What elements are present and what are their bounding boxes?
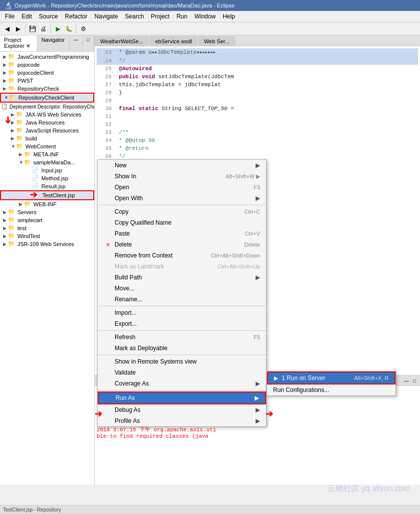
- ctx-move[interactable]: Move...: [98, 283, 266, 294]
- tree-arrow: ▶: [3, 210, 8, 215]
- tree-label: sampleMaraDa...: [33, 159, 75, 165]
- code-line-29: 29: [97, 97, 418, 105]
- menu-item-window[interactable]: Window: [191, 12, 219, 21]
- submenu-arrow: ▶: [256, 417, 260, 424]
- tree-item-javares[interactable]: ▶ 📁 Java Resources: [0, 119, 94, 127]
- menu-item-file[interactable]: File: [2, 12, 17, 21]
- tree-item-jaxws[interactable]: ▶ 📁 JAX-WS Web Services: [0, 111, 94, 119]
- ctx-removefromcontext[interactable]: Remove from Context Ctrl+Alt+Shift+Down: [98, 250, 266, 261]
- tree-item-jsres[interactable]: ▶ 📁 JavaScript Resources: [0, 127, 94, 134]
- folder-icon: 📁: [8, 61, 16, 68]
- tree-item-deployment[interactable]: 📋 Deployment Descriptor: RepositoryCheck…: [0, 103, 94, 111]
- ctx-delete[interactable]: ✕Delete Delete: [98, 239, 266, 250]
- ctx-new[interactable]: New ▶: [98, 160, 266, 171]
- ctx-sep-1: [98, 205, 266, 205]
- tab-navigator[interactable]: Navigator: [37, 35, 69, 51]
- submenu-arrow: ▶: [256, 380, 260, 387]
- tree-item-build[interactable]: ▶ 📁 build: [0, 134, 94, 142]
- tree-item-test[interactable]: ▶ 📁 test: [0, 224, 94, 232]
- menu-item-help[interactable]: Help: [220, 12, 238, 21]
- tree-label: Java Resources: [25, 120, 65, 126]
- tree-item-methodjsp[interactable]: 📄 Method.jsp: [0, 174, 94, 182]
- tree-item-jsr109[interactable]: ▶ 📁 JSR-109 Web Services: [0, 240, 94, 248]
- bottom-min-icon[interactable]: —: [402, 377, 411, 385]
- tree-item-pojocodeclient[interactable]: ▶ 📁 pojocodeClient: [0, 69, 94, 77]
- toolbar-btn-settings[interactable]: ⚙: [78, 24, 88, 34]
- ctx-copyqualified[interactable]: Copy Qualified Name: [98, 217, 266, 228]
- tree-item-repositorycheckclient[interactable]: ▼ 📁 RepositoryCheckClient: [0, 93, 94, 103]
- tree-arrow: ▼: [11, 144, 16, 149]
- toolbar-btn-debug[interactable]: 🐛: [64, 24, 74, 34]
- tree-label: Method.jsp: [41, 175, 68, 181]
- toolbar-btn-back[interactable]: ◀: [2, 24, 12, 34]
- toolbar-btn-save[interactable]: 💾: [27, 24, 37, 34]
- tree-item-metainf[interactable]: ▶ 📁 META-INF: [0, 150, 94, 158]
- tree-label: RepositoryCheckClient: [18, 95, 74, 101]
- menu-item-navigate[interactable]: Navigate: [91, 12, 121, 21]
- ctx-openwith[interactable]: Open With ▶: [98, 193, 266, 204]
- tree-item-windtest[interactable]: ▶ 📁 WindTest: [0, 232, 94, 240]
- folder-icon: 📁: [24, 159, 32, 166]
- tab-webser[interactable]: Web Ser...: [198, 36, 235, 46]
- tab-weatherwebse[interactable]: WeatherWebSe...: [95, 36, 148, 46]
- app-icon: 🔬: [4, 1, 12, 9]
- ctx-copy[interactable]: Copy Ctrl+C: [98, 206, 266, 217]
- menu-item-edit[interactable]: Edit: [18, 12, 35, 21]
- menu-item-search[interactable]: Search: [122, 12, 147, 21]
- menu-item-source[interactable]: Source: [36, 12, 61, 21]
- ctx-showin[interactable]: Show In Alt+Shift+W ▶: [98, 171, 266, 182]
- tree-arrow: ▶: [11, 136, 16, 141]
- ctx-export[interactable]: Export...: [98, 318, 266, 329]
- tree-item-simplecart[interactable]: ▶ 📁 simplecart: [0, 216, 94, 224]
- tree-item-testclientjsp[interactable]: 📄 TestClient.jsp: [0, 190, 94, 200]
- folder-icon: 📁: [8, 217, 16, 224]
- ctx-buildpath[interactable]: Build Path ▶: [98, 272, 266, 283]
- ctx-paste[interactable]: Paste Ctrl+V: [98, 228, 266, 239]
- ctx-coverageas[interactable]: Coverage As ▶: [98, 378, 266, 389]
- tree-label: pojocode: [17, 62, 40, 68]
- ctx-rename[interactable]: Rename...: [98, 294, 266, 305]
- ctx-open[interactable]: Open F3: [98, 182, 266, 193]
- ctx-debugas[interactable]: Debug As ▶: [98, 404, 266, 415]
- toolbar-btn-print[interactable]: 🖨: [38, 24, 48, 34]
- ctx-runas[interactable]: Run As ▶: [98, 391, 266, 404]
- tree-item-resultjsp[interactable]: 📄 Result.jsp: [0, 182, 94, 190]
- ctx-refresh[interactable]: Refresh F5: [98, 332, 266, 343]
- run-server-icon: ▶: [274, 375, 278, 381]
- ctx-marklandmark[interactable]: Mark as Landmark Ctrl+Alt+Shift+Up: [98, 261, 266, 272]
- tree-item-pojocode[interactable]: ▶ 📁 pojocode: [0, 61, 94, 69]
- tree-item-webinf[interactable]: ▶ 📁 WEB-INF: [0, 200, 94, 208]
- menu-item-refactor[interactable]: Refactor: [62, 12, 90, 21]
- panel-btn-min[interactable]: —: [69, 35, 83, 51]
- tree-item-servers[interactable]: ▶ 📁 Servers: [0, 208, 94, 216]
- ctx-markdeployable[interactable]: Mark as Deployable: [98, 343, 266, 354]
- folder-icon: 📁: [8, 85, 16, 92]
- toolbar-btn-fwd[interactable]: ▶: [13, 24, 23, 34]
- panel-btn-max[interactable]: □: [83, 35, 94, 51]
- bottom-max-icon[interactable]: □: [411, 377, 418, 385]
- tree-item-javaconcurrent[interactable]: ▶ 📁 JavaConcurrentProgramming: [0, 53, 94, 61]
- menu-item-run[interactable]: Run: [173, 12, 190, 21]
- tree-item-repositorycheck[interactable]: ▶ 📁 RepositoryCheck: [0, 85, 94, 93]
- folder-icon: 📁: [24, 151, 32, 158]
- folder-icon: 📁: [8, 69, 16, 76]
- submenu-run-on-server[interactable]: ▶ 1 Run on Server Alt+Shift+X, R: [267, 372, 396, 385]
- ctx-import[interactable]: Import...: [98, 307, 266, 318]
- ctx-showremote[interactable]: Show in Remote Systems view: [98, 356, 266, 367]
- editor-tabs: WeatherWebSe... ebService.wsdl Web Ser..…: [95, 35, 420, 46]
- title-bar: 🔬 OxygenWork - RepositoryCheck/src/main/…: [0, 0, 420, 11]
- tree-arrow: ▼: [19, 160, 24, 165]
- tree-arrow: ▶: [3, 226, 8, 231]
- tree-arrow: ▶: [3, 234, 8, 239]
- ctx-profileas[interactable]: Profile As ▶: [98, 415, 266, 426]
- menu-item-project[interactable]: Project: [148, 12, 172, 21]
- ctx-validate[interactable]: Validate: [98, 367, 266, 378]
- tree-item-samplemara[interactable]: ▼ 📁 sampleMaraDa...: [0, 158, 94, 166]
- tree-item-pwst[interactable]: ▶ 📁 PWST: [0, 77, 94, 85]
- toolbar-btn-run[interactable]: ▶: [53, 24, 63, 34]
- tree-item-inputjsp[interactable]: 📄 Input.jsp: [0, 166, 94, 174]
- tab-ebservice[interactable]: ebService.wsdl: [149, 36, 197, 46]
- tab-project-explorer[interactable]: Project Explorer ✕: [0, 35, 37, 51]
- submenu-run-configs[interactable]: Run Configurations...: [267, 385, 396, 395]
- tree-item-webcontent[interactable]: ▼ 📁 WebContent: [0, 142, 94, 150]
